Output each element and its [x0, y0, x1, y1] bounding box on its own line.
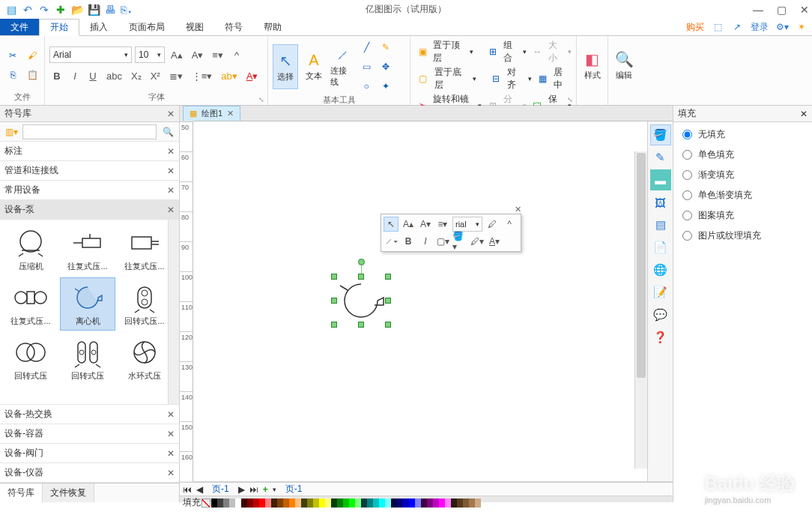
close-cat-icon[interactable]: ✕ [167, 468, 175, 478]
line-spacing-icon[interactable]: ≡▾ [209, 46, 226, 63]
resize-handle[interactable] [385, 322, 391, 328]
mini-shape-style-icon[interactable]: ▢▾ [435, 234, 450, 249]
color-swatch[interactable] [427, 499, 433, 508]
selected-shape[interactable] [334, 277, 388, 325]
bottom-tab-lib[interactable]: 符号库 [0, 484, 43, 502]
color-swatch[interactable] [301, 499, 307, 508]
style-button[interactable]: ◧样式 [581, 43, 603, 88]
color-swatch[interactable] [355, 499, 361, 508]
color-swatch[interactable] [307, 499, 313, 508]
fill-option[interactable]: 图案填充 [682, 209, 803, 222]
font-shrink-icon[interactable]: A▾ [189, 46, 207, 63]
color-swatch[interactable] [235, 499, 241, 508]
prev-page-icon[interactable]: ◀ [196, 484, 203, 495]
italic-button[interactable]: I [67, 67, 82, 84]
color-swatch[interactable] [439, 499, 445, 508]
anchor-tool-icon[interactable]: ✦ [378, 78, 394, 94]
color-swatch[interactable] [241, 499, 247, 508]
cat-callout[interactable]: 标注✕ [0, 142, 179, 161]
color-swatch[interactable] [319, 499, 325, 508]
shape-item[interactable]: 回转式压 [60, 332, 115, 385]
color-swatch[interactable] [451, 499, 457, 508]
resize-handle[interactable] [331, 298, 337, 304]
mini-bold-icon[interactable]: B [401, 234, 416, 249]
font-color-button[interactable]: A▾ [243, 67, 261, 84]
close-cat-icon[interactable]: ✕ [167, 448, 175, 459]
tab-help[interactable]: 帮助 [253, 19, 292, 35]
color-swatch[interactable] [373, 499, 379, 508]
fill-option[interactable]: 渐变填充 [682, 169, 803, 181]
mini-font-select[interactable]: rial▾ [452, 217, 482, 232]
tab-insert[interactable]: 插入 [79, 19, 118, 35]
buy-link[interactable]: 购买 [686, 21, 704, 34]
bring-front-icon[interactable]: ▣ [415, 43, 430, 60]
circle-tool-icon[interactable]: ○ [358, 78, 375, 94]
list-button[interactable]: ⋮≡▾ [189, 67, 216, 84]
align-icon[interactable]: ⊟ [488, 70, 505, 87]
color-swatch[interactable] [391, 499, 397, 508]
add-page-icon[interactable]: + [263, 484, 268, 495]
layer-tool-icon[interactable]: ▤ [650, 214, 671, 235]
lib-menu-icon[interactable]: ▥▾ [3, 124, 19, 140]
cat-valve[interactable]: 设备-阀门✕ [0, 444, 179, 463]
font-size-select[interactable]: 10▾ [135, 46, 165, 63]
cut-icon[interactable]: ✂ [4, 47, 21, 64]
color-swatch[interactable] [253, 499, 259, 508]
help-tool-icon[interactable]: ❓ [650, 327, 671, 348]
cloud-icon[interactable]: ⬚ [712, 21, 724, 33]
highlight-button[interactable]: ab▾ [218, 67, 240, 84]
first-page-icon[interactable]: ⏮ [183, 484, 192, 495]
color-swatch[interactable] [367, 499, 373, 508]
mini-italic-icon[interactable]: I [418, 234, 433, 249]
image-tool-icon[interactable]: 🖼 [650, 192, 671, 213]
mini-grow-font-icon[interactable]: A▴ [401, 217, 416, 232]
file-menu[interactable]: 文件 [0, 19, 39, 35]
color-swatch[interactable] [265, 499, 271, 508]
color-swatch[interactable] [343, 499, 349, 508]
tab-symbol[interactable]: 符号 [214, 19, 253, 35]
minimize-button[interactable]: — [753, 4, 763, 16]
close-cat-icon[interactable]: ✕ [167, 185, 175, 196]
comment-tool-icon[interactable]: 💬 [650, 304, 671, 325]
mini-close-icon[interactable]: ✕ [512, 204, 523, 214]
search-icon[interactable]: 🔍 [160, 124, 176, 140]
font-name-select[interactable]: Arial▾ [49, 46, 132, 63]
close-cat-icon[interactable]: ✕ [167, 146, 175, 157]
canvas-vscrollbar[interactable] [634, 151, 647, 469]
color-swatch[interactable] [403, 499, 409, 508]
color-swatch[interactable] [295, 499, 301, 508]
center-icon[interactable]: ▦ [535, 70, 551, 87]
color-swatch[interactable] [385, 499, 391, 508]
copy-icon[interactable]: ⎘ [4, 67, 21, 83]
mini-fill-icon[interactable]: 🪣▾ [452, 234, 467, 249]
cat-pump[interactable]: 设备-泵✕ [0, 200, 179, 220]
send-back-icon[interactable]: ▢ [415, 70, 431, 87]
color-swatch[interactable] [325, 499, 331, 508]
doc-tab[interactable]: ▦ 绘图1 ✕ [183, 106, 240, 121]
more-font-icon[interactable]: ^ [229, 46, 244, 63]
shape-item[interactable]: 往复式压... [60, 223, 115, 276]
color-swatch[interactable] [445, 499, 451, 508]
text-tool[interactable]: A文本 [301, 44, 327, 89]
subscript-button[interactable]: X₂ [128, 67, 145, 84]
bold-button[interactable]: B [49, 67, 64, 84]
login-link[interactable]: 登录 [751, 21, 769, 34]
fill-option[interactable]: 无填充 [682, 128, 803, 141]
arrange-launcher-icon[interactable]: ⤡ [567, 96, 573, 103]
close-doc-icon[interactable]: ✕ [227, 109, 234, 118]
tab-layout[interactable]: 页面布局 [118, 19, 175, 35]
mini-line-icon[interactable]: 🖊▾ [470, 234, 485, 249]
mini-highlight-icon[interactable]: 🖊 [485, 217, 500, 232]
color-swatch[interactable] [247, 499, 253, 508]
color-swatch[interactable] [469, 499, 475, 508]
color-swatch[interactable] [331, 499, 337, 508]
color-swatch[interactable] [361, 499, 367, 508]
cat-instrument[interactable]: 设备-仪器✕ [0, 463, 179, 483]
color-swatch[interactable] [223, 499, 229, 508]
group-icon[interactable]: ⊞ [485, 43, 500, 60]
color-swatch[interactable] [409, 499, 415, 508]
fill-option[interactable]: 单色渐变填充 [682, 189, 803, 202]
resize-handle[interactable] [385, 274, 391, 280]
color-swatch[interactable] [475, 499, 481, 508]
maximize-button[interactable]: ▢ [777, 4, 787, 16]
